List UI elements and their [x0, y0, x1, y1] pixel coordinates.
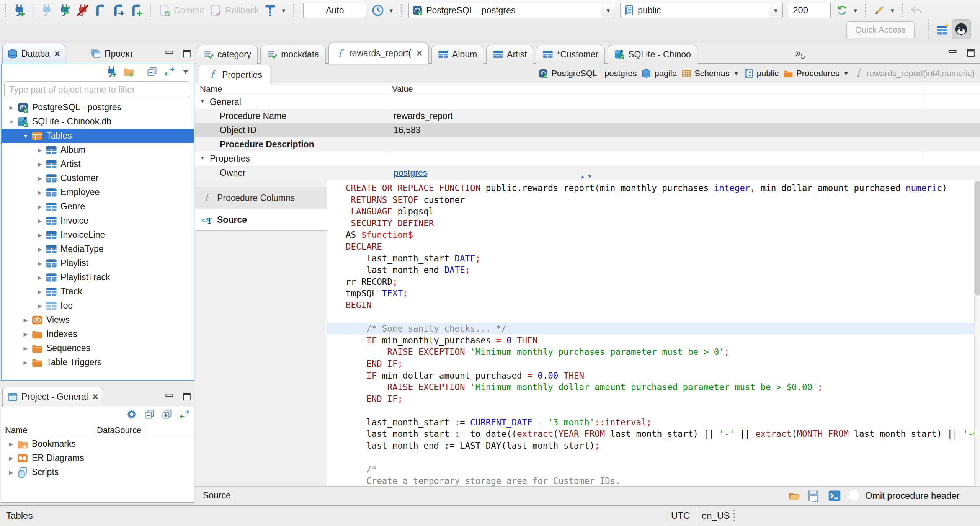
- active-connection-combo[interactable]: PostgreSQL - postgres ▼: [408, 3, 615, 18]
- project-item-er-diagrams[interactable]: ▶ER Diagrams: [1, 451, 194, 465]
- expand-arrow-icon[interactable]: ▶: [35, 189, 44, 196]
- transaction-mode-button[interactable]: ▼: [264, 4, 286, 17]
- minimize-icon[interactable]: [948, 48, 958, 57]
- disconnect-icon[interactable]: [76, 4, 89, 17]
- view-menu-icon[interactable]: [181, 67, 191, 77]
- commit-button[interactable]: Commit: [158, 4, 204, 17]
- history-button[interactable]: ▼: [371, 4, 394, 17]
- tree-item-indexes[interactable]: ▶Indexes: [2, 327, 194, 341]
- project-item-bookmarks[interactable]: ▶Bookmarks: [1, 437, 194, 451]
- expand-arrow-icon[interactable]: ▶: [7, 105, 16, 111]
- expand-arrow-icon[interactable]: ▶: [35, 303, 44, 309]
- collapse-arrow-icon[interactable]: ▼: [200, 155, 205, 161]
- expand-all-icon[interactable]: [161, 408, 173, 420]
- back-navigation-icon[interactable]: [910, 4, 923, 17]
- editor-tab-mockdata[interactable]: mockdata: [260, 45, 326, 64]
- expand-arrow-icon[interactable]: ▶: [35, 246, 44, 252]
- tree-item-album[interactable]: ▶Album: [2, 143, 194, 157]
- tree-item-sequences[interactable]: ▶Sequences: [2, 341, 194, 355]
- subtab-procedure-columns[interactable]: f Procedure Columns: [195, 187, 327, 209]
- tab-properties[interactable]: f Properties: [199, 65, 270, 84]
- tab-projects[interactable]: Проект: [86, 44, 138, 64]
- dropdown-button[interactable]: ▼: [601, 3, 615, 18]
- tree-item-postgresql-postgres[interactable]: ▶PostgreSQL - postgres: [2, 100, 194, 114]
- tree-item-views[interactable]: ▶Views: [2, 313, 194, 327]
- collapse-arrow-icon[interactable]: ▼: [21, 133, 30, 139]
- tree-item-customer[interactable]: ▶Customer: [2, 171, 194, 185]
- collapse-all-icon[interactable]: [146, 66, 158, 77]
- tree-item-genre[interactable]: ▶Genre: [2, 199, 194, 214]
- expand-arrow-icon[interactable]: ▶: [35, 147, 44, 153]
- editor-tab-artist[interactable]: Artist: [486, 45, 533, 64]
- editor-tab-sqlite-chinoo[interactable]: SQLite - Chinoo: [608, 45, 697, 64]
- tab-project-general[interactable]: Project - General ×: [2, 387, 103, 407]
- link-with-editor-icon[interactable]: [179, 408, 190, 420]
- maximize-icon[interactable]: [966, 48, 976, 57]
- property-row-object-id[interactable]: Object ID16,583: [195, 123, 980, 137]
- minimize-icon[interactable]: [165, 392, 175, 401]
- expand-arrow-icon[interactable]: ▶: [21, 317, 30, 323]
- collapse-arrow-icon[interactable]: ▼: [200, 98, 205, 104]
- editor-tab-rewards-report[interactable]: frewards_report(×: [328, 43, 429, 64]
- editor-tab-album[interactable]: Album: [431, 45, 483, 64]
- maximize-icon[interactable]: [182, 49, 192, 58]
- source-code-viewer[interactable]: CREATE OR REPLACE FUNCTION public.reward…: [327, 180, 974, 486]
- splitter-arrows[interactable]: ▲▼: [580, 173, 593, 180]
- active-schema-combo[interactable]: public ▼: [620, 3, 783, 18]
- tree-item-mediatype[interactable]: ▶MediaType: [2, 242, 194, 256]
- tree-item-data-types[interactable]: ▶Data Types: [2, 369, 194, 371]
- expand-arrow-icon[interactable]: ▶: [7, 441, 16, 447]
- expand-arrow-icon[interactable]: ▶: [35, 161, 44, 167]
- new-connection-icon[interactable]: [106, 66, 117, 77]
- expand-arrow-icon[interactable]: ▶: [35, 232, 44, 238]
- rollback-button[interactable]: Rollback: [209, 4, 259, 17]
- editor-tab-customer[interactable]: *Customer: [536, 45, 605, 64]
- breadcrumb-postgresql-postgres[interactable]: PostgreSQL - postgres: [538, 69, 637, 78]
- tree-item-table-triggers[interactable]: ▶Table Triggers: [2, 355, 194, 369]
- tab-overflow-button[interactable]: »5: [795, 47, 805, 59]
- tree-item-tables[interactable]: ▼Tables: [2, 129, 194, 143]
- property-value[interactable]: postgres: [394, 168, 427, 178]
- tree-item-artist[interactable]: ▶Artist: [2, 157, 194, 171]
- expand-arrow-icon[interactable]: ▶: [35, 218, 44, 224]
- link-with-editor-icon[interactable]: [163, 66, 175, 77]
- property-row-procedure-description[interactable]: Procedure Description: [195, 137, 980, 152]
- expand-arrow-icon[interactable]: ▶: [35, 274, 44, 281]
- maximize-icon[interactable]: [182, 392, 192, 401]
- subtab-source[interactable]: <>T Source: [195, 209, 327, 231]
- new-sql-editor-icon[interactable]: [130, 4, 143, 17]
- new-connection-icon[interactable]: [13, 4, 26, 17]
- gear-icon[interactable]: [126, 408, 137, 420]
- property-row-properties[interactable]: ▼Properties: [195, 152, 980, 166]
- commit-mode-combo[interactable]: Auto: [303, 3, 366, 18]
- minimize-icon[interactable]: [165, 49, 175, 58]
- tree-item-invoice[interactable]: ▶Invoice: [2, 214, 194, 228]
- close-icon[interactable]: ×: [416, 48, 422, 59]
- breadcrumb-procedures[interactable]: Procedures▼: [783, 69, 849, 78]
- project-item-scripts[interactable]: ▶Scripts: [1, 465, 194, 479]
- quick-access-box[interactable]: Quick Access: [846, 21, 915, 38]
- object-filter-input[interactable]: [4, 81, 190, 98]
- expand-arrow-icon[interactable]: ▶: [35, 204, 44, 210]
- collapse-all-icon[interactable]: [144, 408, 155, 420]
- open-perspective-icon[interactable]: [936, 22, 950, 36]
- tree-item-playlisttrack[interactable]: ▶PlaylistTrack: [2, 270, 194, 284]
- open-sql-script-icon[interactable]: [112, 4, 125, 17]
- fetch-size-input[interactable]: 200: [788, 3, 831, 18]
- tree-item-sqlite-chinook-db[interactable]: ▼SQLite - Chinook.db: [2, 114, 194, 129]
- scrollbar-thumb[interactable]: [975, 181, 980, 296]
- close-icon[interactable]: ×: [93, 391, 98, 402]
- expand-arrow-icon[interactable]: ▶: [7, 469, 16, 475]
- expand-arrow-icon[interactable]: ▶: [35, 289, 44, 295]
- tree-item-employee[interactable]: ▶Employee: [2, 185, 194, 199]
- omit-procedure-header-checkbox[interactable]: [849, 490, 859, 500]
- tree-item-foo[interactable]: ▶foo: [2, 299, 194, 313]
- load-from-file-icon[interactable]: [788, 489, 802, 503]
- breadcrumb-public[interactable]: public: [744, 69, 779, 78]
- breadcrumb-pagila[interactable]: pagila: [641, 69, 677, 78]
- property-row-general[interactable]: ▼General: [195, 95, 980, 109]
- editor-tab-category[interactable]: category: [197, 45, 258, 64]
- expand-arrow-icon[interactable]: ▶: [21, 359, 30, 366]
- tree-item-playlist[interactable]: ▶Playlist: [2, 256, 194, 270]
- expand-arrow-icon[interactable]: ▶: [21, 331, 30, 337]
